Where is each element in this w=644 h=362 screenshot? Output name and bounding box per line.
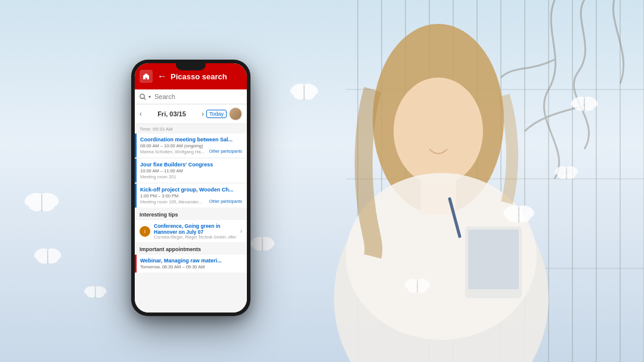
appointment-title-1: Webinar, Managing raw materi...	[140, 258, 242, 264]
meeting-location-2: Meeting room 201	[140, 174, 176, 180]
svg-rect-22	[468, 230, 519, 289]
meeting-participants-3[interactable]: Other participants	[209, 199, 242, 205]
tip-icon-1: i	[140, 226, 150, 237]
home-icon[interactable]	[140, 70, 153, 83]
back-button[interactable]: ←	[157, 71, 167, 82]
search-dropdown-arrow[interactable]: ▾	[148, 94, 151, 100]
meeting-location-3: Meeting room 195, Alexander...	[140, 199, 202, 205]
user-avatar	[229, 107, 242, 120]
meeting-item-1[interactable]: Coordination meeting between Sal... 08:0…	[135, 134, 247, 157]
tip-item-1[interactable]: i Conference, Going green in Hannover on…	[135, 220, 247, 242]
woman-svg	[268, 0, 596, 362]
calendar-row: ‹ Fri, 03/15 › Today	[135, 104, 247, 124]
app-title: Picasso search	[171, 72, 242, 81]
tip-title-1: Conference, Going green in Hannover on J…	[154, 223, 237, 235]
svg-point-69	[140, 94, 144, 98]
tip-subtitle-1: Cornelia Rieger, Rieger Technik GmbH, of…	[154, 235, 237, 239]
meeting-title-2: Jour fixe Builders' Congress	[140, 162, 242, 168]
meeting-time-2: 10:00 AM – 11:00 AM	[140, 168, 242, 174]
woman-figure-area	[268, 0, 596, 362]
meeting-details-2: Meeting room 201	[140, 174, 242, 180]
meeting-participants-1[interactable]: Other participants	[209, 149, 242, 154]
meeting-title-1: Coordination meeting between Sal...	[140, 137, 242, 143]
phone-wrapper: ← Picasso search ▾ ‹ Fri, 03/15 ›	[131, 60, 250, 316]
calendar-prev-button[interactable]: ‹	[140, 110, 142, 118]
svg-line-70	[144, 98, 145, 99]
interesting-tips-heading: Interesting tips	[135, 208, 247, 219]
search-icon	[140, 94, 146, 100]
meeting-organizer-1: Marina Scholten, Wolfgang Ha...	[140, 149, 205, 154]
meeting-item-2[interactable]: Jour fixe Builders' Congress 10:00 AM – …	[135, 159, 247, 182]
appointment-time-1: Tomorrow, 08:30 AM – 09:30 AM	[140, 264, 242, 270]
meeting-time-1: 08:00 AM – 10:00 AM (ongoing)	[140, 143, 242, 148]
phone-device: ← Picasso search ▾ ‹ Fri, 03/15 ›	[131, 60, 250, 316]
tip-arrow-1: ›	[240, 228, 242, 234]
background-scene	[0, 0, 644, 362]
appointment-item-1[interactable]: Webinar, Managing raw materi... Tomorrow…	[135, 255, 247, 273]
meeting-item-3[interactable]: Kick-off project group, Wooden Ch... 1:0…	[135, 184, 247, 208]
tip-content-1: Conference, Going green in Hannover on J…	[154, 223, 237, 239]
search-input[interactable]	[154, 93, 242, 100]
svg-point-18	[394, 78, 483, 185]
calendar-next-button[interactable]: ›	[202, 110, 204, 118]
search-bar[interactable]: ▾	[135, 89, 247, 104]
meeting-details-1: Marina Scholten, Wolfgang Ha... Other pa…	[140, 149, 242, 154]
important-appointments-heading: Important appointments	[135, 243, 247, 254]
search-icon-wrap: ▾	[140, 94, 151, 100]
app-content: Time: 09:33 AM Coordination meeting betw…	[135, 124, 247, 313]
phone-screen: ← Picasso search ▾ ‹ Fri, 03/15 ›	[135, 63, 247, 313]
calendar-today-button[interactable]: Today	[206, 110, 227, 118]
meeting-title-3: Kick-off project group, Wooden Ch...	[140, 187, 242, 193]
meeting-details-3: Meeting room 195, Alexander... Other par…	[140, 199, 242, 205]
phone-notch	[176, 63, 206, 70]
time-label: Time: 09:33 AM	[135, 124, 247, 133]
calendar-date: Fri, 03/15	[144, 110, 199, 117]
meeting-time-3: 1:00 PM – 3:00 PM	[140, 193, 242, 199]
